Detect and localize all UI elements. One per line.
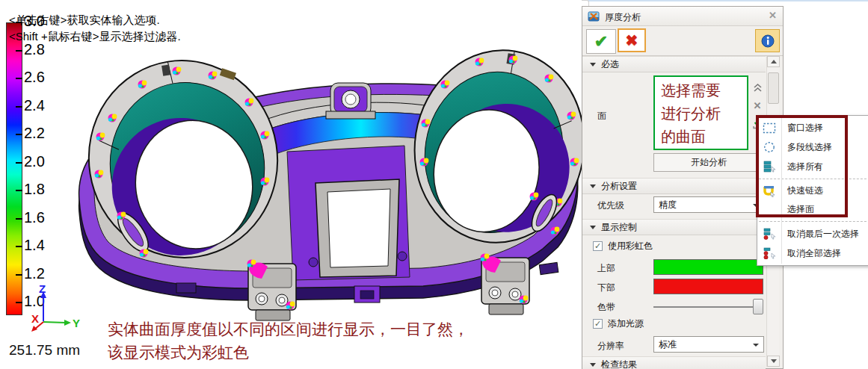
- face-selection-field[interactable]: 选择需要 进行分析 的曲面: [653, 75, 748, 150]
- section-results-label: 检查结果: [601, 359, 637, 369]
- collapse-chevrons-icon[interactable]: [751, 81, 763, 93]
- rainbow-checkbox[interactable]: ✓: [593, 241, 603, 251]
- resolution-dropdown[interactable]: 标准: [653, 336, 764, 353]
- selection-hint-line1: 选择需要: [661, 79, 747, 102]
- section-analysis-settings[interactable]: 分析设置: [582, 178, 766, 194]
- thickness-analysis-model[interactable]: [64, 40, 582, 331]
- check-icon: ✔: [594, 34, 608, 50]
- cancel-all-selections-icon: [757, 247, 781, 259]
- colorbar-tick: 2.0: [16, 152, 45, 170]
- z-axis-label: Z: [39, 284, 46, 295]
- thickness-analysis-dialog: 厚度分析 ✕ ✔ ✖ 必选 面 选择需要 进行分析 的曲面 ✕ 开: [582, 6, 784, 369]
- scale-readout: 251.75 mm: [9, 342, 80, 359]
- scrollbar-thumb[interactable]: [768, 72, 779, 104]
- dialog-action-row: ✔ ✖: [582, 26, 783, 56]
- polyline-select-icon: [757, 141, 781, 153]
- info-button[interactable]: [755, 29, 780, 52]
- band-slider-handle[interactable]: [753, 299, 763, 314]
- menu-separator: [759, 221, 868, 222]
- ok-button[interactable]: ✔: [586, 29, 616, 54]
- section-display-label: 显示控制: [601, 221, 637, 234]
- scroll-down-button[interactable]: [767, 356, 780, 367]
- selection-hint-line3: 的曲面: [661, 125, 747, 149]
- dialog-close-icon[interactable]: ✕: [769, 10, 777, 21]
- collapse-triangle-icon: [590, 363, 596, 367]
- collapse-triangle-icon: [590, 63, 596, 66]
- chevron-down-icon: [753, 344, 759, 347]
- colorbar-tick: 2.4: [16, 96, 45, 114]
- section-check-results[interactable]: 检查结果: [582, 356, 766, 369]
- selection-context-menu: 窗口选择 多段线选择 选择所有 快速链选 选择面: [757, 115, 868, 266]
- upper-color-swatch[interactable]: [653, 259, 763, 275]
- thickness-analysis-icon: [588, 10, 600, 25]
- dialog-title: 厚度分析: [605, 11, 641, 24]
- tutorial-annotation-line2: 该显示模式为彩虹色: [108, 342, 249, 363]
- graphics-viewport[interactable]: <单击右键>获取实体输入选项. <Shift +鼠标右键>显示选择过滤器. 3.…: [0, 0, 582, 369]
- cancel-last-selection-icon: [757, 228, 781, 240]
- scroll-up-button[interactable]: [767, 56, 780, 67]
- menu-item-window-select[interactable]: 窗口选择: [757, 118, 868, 137]
- light-checkbox-row: ✓ 添加光源: [593, 317, 644, 330]
- menu-item-quick-chain[interactable]: 快速链选: [757, 182, 868, 200]
- menu-item-polyline-select[interactable]: 多段线选择: [757, 137, 868, 157]
- priority-label: 优先级: [597, 199, 624, 212]
- colorbar-tick: 1.6: [16, 208, 45, 226]
- orientation-triad: Z Y X: [21, 284, 81, 333]
- colorbar-tick: 1.4: [16, 236, 45, 254]
- selection-hint-line2: 进行分析: [661, 102, 747, 125]
- rainbow-checkbox-row: ✓ 使用彩虹色: [593, 240, 653, 252]
- menu-item-cancel-last[interactable]: 取消最后一次选择: [757, 224, 868, 244]
- rainbow-checkbox-label: 使用彩虹色: [608, 240, 653, 252]
- colorbar-tick: 1.8: [16, 180, 45, 198]
- colorbar-tick: 2.2: [16, 124, 45, 142]
- section-required-label: 必选: [601, 58, 619, 71]
- collapse-triangle-icon: [590, 226, 596, 229]
- band-label: 色带: [597, 301, 615, 314]
- lower-color-swatch[interactable]: [653, 279, 763, 294]
- tutorial-annotation-line1: 实体曲面厚度值以不同的区间进行显示，一目了然，: [108, 319, 469, 340]
- start-analysis-button[interactable]: 开始分析: [653, 153, 764, 172]
- mouse-hint-line1: <单击右键>获取实体输入选项.: [9, 13, 160, 28]
- resolution-value: 标准: [659, 338, 677, 351]
- y-axis-label: Y: [73, 317, 80, 329]
- section-required[interactable]: 必选: [582, 56, 766, 72]
- dialog-titlebar[interactable]: 厚度分析 ✕: [582, 7, 783, 26]
- menu-item-select-face[interactable]: 选择面: [757, 200, 868, 219]
- face-label: 面: [597, 110, 606, 123]
- menu-separator: [759, 179, 868, 179]
- start-analysis-label: 开始分析: [691, 156, 727, 169]
- section-analysis-label: 分析设置: [601, 180, 637, 193]
- menu-item-cancel-all[interactable]: 取消全部选择: [757, 244, 868, 263]
- menu-item-select-all[interactable]: 选择所有: [757, 157, 868, 176]
- collapse-triangle-icon: [590, 184, 596, 188]
- clear-selection-icon[interactable]: ✕: [751, 99, 763, 111]
- cross-icon: ✖: [626, 33, 638, 48]
- lower-label: 下部: [597, 282, 615, 294]
- info-icon: [761, 34, 775, 48]
- colorbar-tick: 2.6: [16, 68, 45, 86]
- window-select-icon: [757, 123, 781, 134]
- application-window: <单击右键>获取实体输入选项. <Shift +鼠标右键>显示选择过滤器. 3.…: [0, 0, 868, 369]
- x-axis-label: X: [31, 312, 39, 325]
- quick-chain-icon: [757, 185, 781, 197]
- priority-value: 精度: [659, 199, 677, 211]
- light-checkbox[interactable]: ✓: [593, 319, 603, 329]
- colorbar-tick: 1.2: [16, 264, 45, 282]
- select-all-icon: [757, 161, 781, 173]
- upper-label: 上部: [597, 262, 615, 275]
- mouse-hint-line2: <Shift +鼠标右键>显示选择过滤器.: [9, 30, 181, 44]
- cancel-button[interactable]: ✖: [618, 28, 646, 52]
- priority-dropdown[interactable]: 精度: [653, 196, 764, 213]
- resolution-label: 分辨率: [597, 340, 624, 353]
- band-slider-track[interactable]: [653, 306, 753, 308]
- light-checkbox-label: 添加光源: [608, 317, 644, 330]
- section-display-control[interactable]: 显示控制: [582, 219, 766, 235]
